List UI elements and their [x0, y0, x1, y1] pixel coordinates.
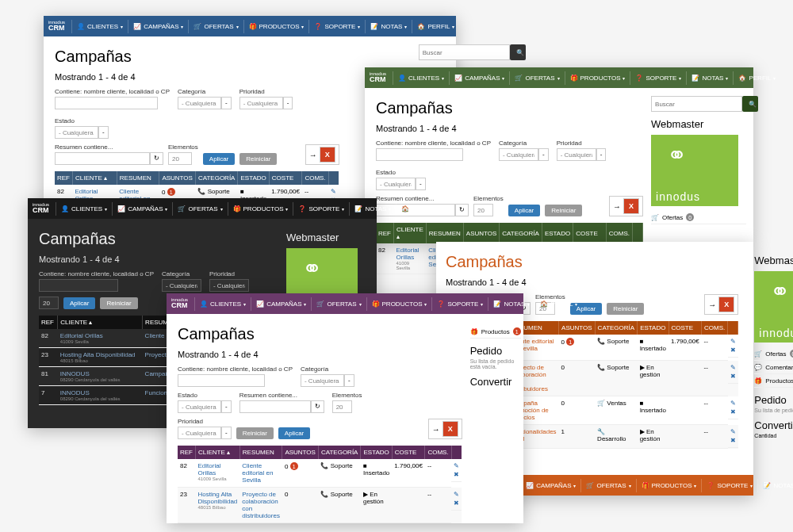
- filter-resumen-input[interactable]: [55, 152, 150, 165]
- nav-productos[interactable]: 🎁 PRODUCTOS ▾: [366, 297, 432, 311]
- col-coms[interactable]: COMS.: [302, 171, 328, 185]
- nav-campanas[interactable]: 📈 CAMPAÑAS ▾: [449, 71, 509, 85]
- col-ref[interactable]: REF: [55, 171, 73, 185]
- col-coms[interactable]: COMS.: [425, 446, 451, 459]
- nav-notas[interactable]: 📝 NOTAS ▾: [365, 20, 412, 33]
- filter-prioridad-select[interactable]: [178, 427, 221, 439]
- col-resumen[interactable]: RESUMEN: [426, 223, 463, 243]
- reset-icon[interactable]: -: [344, 374, 354, 387]
- delete-icon[interactable]: ✖: [730, 437, 736, 444]
- search-button[interactable]: 🔍: [742, 96, 758, 112]
- client-link[interactable]: Hosting Alta Disponibilidad: [198, 491, 238, 505]
- delete-icon[interactable]: ✖: [454, 471, 459, 478]
- nav-notas[interactable]: 📝 NOTAS ▾: [349, 202, 396, 216]
- nav-soporte[interactable]: ❓ SOPORTE ▾: [293, 202, 349, 216]
- refresh-icon[interactable]: ↻: [455, 204, 469, 216]
- col-asuntos[interactable]: ASUNTOS: [559, 321, 596, 335]
- reset-icon[interactable]: -: [596, 148, 607, 161]
- edit-icon[interactable]: ✎: [730, 428, 736, 435]
- edit-icon[interactable]: ✎: [454, 491, 459, 498]
- filter-contiene-input[interactable]: [178, 374, 265, 387]
- nav-clientes[interactable]: 👤 CLIENTES ▾: [194, 297, 251, 311]
- col-coste[interactable]: COSTE: [573, 223, 607, 243]
- reset-prioridad[interactable]: -: [283, 97, 293, 109]
- nav-productos[interactable]: 🎁 PRODUCTOS ▾: [565, 71, 630, 85]
- side-productos[interactable]: 🎁 Productos 1: [470, 325, 521, 339]
- side-ofertas[interactable]: 🛒 Ofertas 0: [754, 347, 793, 361]
- side-productos[interactable]: 🎁 Productos 1: [754, 374, 793, 388]
- reset-estado[interactable]: -: [98, 126, 109, 139]
- nav-notas[interactable]: 📝 NOTAS ▾: [686, 71, 733, 85]
- export-excel[interactable]: →X: [305, 144, 339, 165]
- nav-soporte[interactable]: ❓ SOPORTE ▾: [630, 71, 686, 85]
- nav-perfil[interactable]: 🏠 PERFIL ▾: [412, 20, 459, 33]
- col-categoria[interactable]: CATEGORÍA: [595, 321, 638, 335]
- col-estado[interactable]: ESTADO: [361, 446, 392, 459]
- nav-soporte[interactable]: ❓ SOPORTE ▾: [701, 479, 757, 492]
- col-coste[interactable]: COSTE: [269, 171, 302, 185]
- reset-icon[interactable]: -: [416, 178, 426, 190]
- nav-campanas[interactable]: 📈 CAMPAÑAS ▾: [520, 479, 580, 492]
- col-coste[interactable]: COSTE: [668, 321, 702, 335]
- nav-soporte[interactable]: ❓ SOPORTE ▾: [431, 297, 488, 311]
- reset-icon[interactable]: -: [221, 400, 232, 413]
- client-link[interactable]: INNODUS: [60, 370, 140, 377]
- side-ofertas[interactable]: 🛒 Ofertas 0: [651, 211, 746, 224]
- delete-icon[interactable]: ✖: [454, 499, 459, 507]
- filter-estado-select[interactable]: [178, 400, 221, 413]
- nav-soporte[interactable]: ❓ SOPORTE ▾: [308, 20, 365, 33]
- filter-estado-select[interactable]: [376, 178, 416, 190]
- nav-campanas[interactable]: 📈 CAMPAÑAS ▾: [251, 297, 311, 311]
- nav-campanas[interactable]: 📈 CAMPAÑAS ▾: [128, 20, 188, 33]
- nav-perfil[interactable]: 🏠 PERFIL ▾: [534, 297, 582, 311]
- nav-productos[interactable]: 🎁 PRODUCTOS ▾: [636, 479, 702, 492]
- col-resumen[interactable]: RESUMEN: [117, 171, 159, 185]
- nav-perfil[interactable]: 🏠 PERFIL ▾: [733, 71, 780, 85]
- col-resumen[interactable]: RESUMEN: [239, 446, 282, 459]
- col-cliente[interactable]: CLIENTE ▴: [394, 223, 427, 243]
- edit-icon[interactable]: ✎: [454, 462, 459, 469]
- col-coms[interactable]: COMS.: [606, 223, 632, 243]
- col-coms[interactable]: COMS.: [702, 321, 728, 335]
- nav-productos[interactable]: 🎁 PRODUCTOS ▾: [228, 202, 293, 216]
- client-link[interactable]: Hosting Alta Disponibilidad: [60, 351, 140, 358]
- edit-icon[interactable]: ✎: [730, 364, 736, 371]
- col-coste[interactable]: COSTE: [392, 446, 425, 459]
- col-asuntos[interactable]: ASUNTOS: [282, 446, 319, 459]
- reiniciar-button[interactable]: Reiniciar: [239, 153, 277, 165]
- filter-elementos-select[interactable]: [332, 400, 352, 413]
- reiniciar-button[interactable]: Reiniciar: [607, 303, 644, 315]
- edit-icon[interactable]: ✎: [331, 188, 336, 195]
- edit-icon[interactable]: ✎: [730, 338, 736, 345]
- nav-clientes[interactable]: 👤 CLIENTES ▾: [71, 20, 128, 33]
- aplicar-button[interactable]: Aplicar: [278, 427, 310, 439]
- search-input[interactable]: [419, 44, 510, 60]
- filter-elementos-select[interactable]: [39, 297, 59, 309]
- search-input[interactable]: [651, 96, 742, 112]
- reset-categoria[interactable]: -: [221, 97, 232, 109]
- refresh-icon[interactable]: ↻: [311, 400, 324, 413]
- filter-elementos-select[interactable]: [473, 204, 493, 216]
- nav-clientes[interactable]: 👤 CLIENTES ▾: [56, 202, 112, 216]
- nav-ofertas[interactable]: 🛒 OFERTAS ▾: [188, 20, 243, 33]
- nav-ofertas[interactable]: 🛒 OFERTAS ▾: [580, 479, 635, 492]
- reiniciar-button[interactable]: Reiniciar: [100, 297, 137, 309]
- col-estado[interactable]: ESTADO: [238, 171, 269, 185]
- col-ref[interactable]: REF: [178, 446, 196, 459]
- nav-ofertas[interactable]: 🛒 OFERTAS ▾: [311, 297, 366, 311]
- refresh-icon[interactable]: ↻: [150, 152, 163, 165]
- filter-prioridad-select[interactable]: [209, 279, 249, 292]
- col-estado[interactable]: ESTADO: [542, 223, 573, 243]
- reiniciar-button[interactable]: Reiniciar: [545, 205, 582, 216]
- reiniciar-button[interactable]: Reiniciar: [236, 427, 274, 439]
- filter-prioridad-select[interactable]: [557, 148, 596, 161]
- nav-campanas[interactable]: 📈 CAMPAÑAS ▾: [112, 202, 172, 216]
- aplicar-button[interactable]: Aplicar: [203, 153, 235, 165]
- filter-elementos-select[interactable]: [168, 152, 192, 165]
- aplicar-button[interactable]: Aplicar: [508, 205, 540, 216]
- search-button[interactable]: 🔍: [510, 44, 526, 60]
- col-categoria[interactable]: CATEGORÍA: [318, 446, 361, 459]
- nav-ofertas[interactable]: 🛒 OFERTAS ▾: [172, 202, 227, 216]
- filter-prioridad-select[interactable]: [239, 97, 283, 109]
- filter-contiene-input[interactable]: [55, 97, 158, 109]
